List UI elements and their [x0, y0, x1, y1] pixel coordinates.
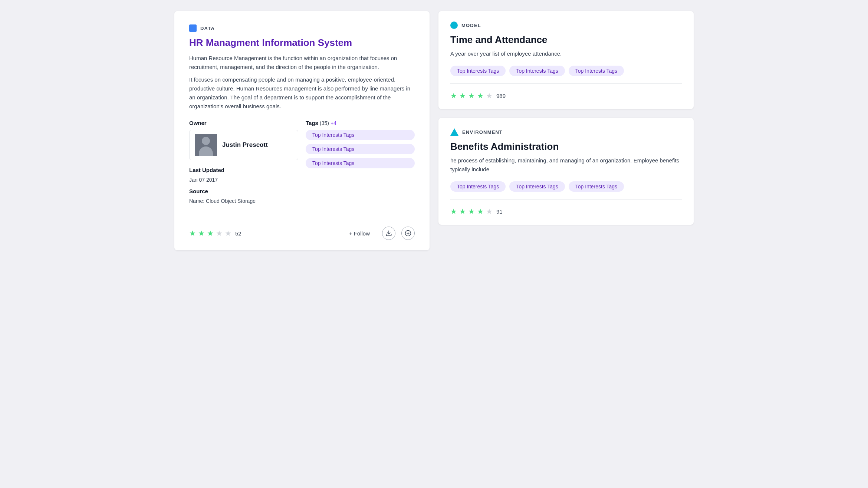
env-type-label: ENVIRONMENT [462, 129, 503, 135]
estar-5: ★ [486, 207, 493, 216]
model-rating-count: 989 [496, 93, 506, 99]
model-icon [450, 22, 458, 29]
tags-list: Top Interests Tags Top Interests Tags To… [306, 130, 415, 168]
owner-label: Owner [189, 120, 298, 126]
mstar-1: ★ [450, 91, 457, 100]
environment-icon [450, 128, 458, 136]
data-icon [189, 24, 197, 32]
model-type-row: MODEL [450, 22, 682, 29]
avatar [195, 134, 217, 156]
model-tag-2[interactable]: Top Interests Tags [509, 66, 565, 76]
rating-row: ★ ★ ★ ★ ★ 52 [189, 229, 241, 238]
model-tag-3[interactable]: Top Interests Tags [569, 66, 624, 76]
star-2: ★ [198, 229, 205, 238]
add-button[interactable] [401, 227, 415, 240]
source-label: Source [189, 188, 298, 194]
description-2: It focuses on compensating people and on… [189, 75, 415, 111]
tag-chip-1[interactable]: Top Interests Tags [306, 130, 415, 140]
model-tags-row: Top Interests Tags Top Interests Tags To… [450, 66, 682, 76]
main-card: DATA HR Managment Information System Hum… [174, 11, 430, 250]
star-1: ★ [189, 229, 196, 238]
env-description: he process of establishing, maintaining,… [450, 156, 682, 174]
mstar-2: ★ [459, 91, 466, 100]
meta-grid: Owner Justin Prescott Last Updated Jan 0… [189, 120, 415, 204]
mstar-5: ★ [486, 91, 493, 100]
mstar-3: ★ [468, 91, 475, 100]
divider [189, 219, 415, 219]
env-tags-row: Top Interests Tags Top Interests Tags To… [450, 181, 682, 192]
right-column: MODEL Time and Attendance A year over ye… [438, 11, 694, 250]
footer-actions: + Follow [349, 227, 415, 240]
env-tag-1[interactable]: Top Interests Tags [450, 181, 506, 192]
type-row: DATA [189, 24, 415, 32]
env-tag-2[interactable]: Top Interests Tags [509, 181, 565, 192]
env-type-row: ENVIRONMENT [450, 128, 682, 136]
tags-label: Tags (35) +4 [306, 120, 415, 126]
follow-button[interactable]: + Follow [349, 230, 370, 237]
download-button[interactable] [382, 227, 395, 240]
model-type-label: MODEL [461, 23, 481, 28]
model-divider [450, 83, 682, 84]
card-footer: ★ ★ ★ ★ ★ 52 + Follow [189, 227, 415, 240]
mstar-4: ★ [477, 91, 484, 100]
model-tag-1[interactable]: Top Interests Tags [450, 66, 506, 76]
description-1: Human Resource Management is the functio… [189, 54, 415, 72]
estar-3: ★ [468, 207, 475, 216]
owner-section: Owner Justin Prescott Last Updated Jan 0… [189, 120, 298, 204]
env-rating-row: ★ ★ ★ ★ ★ 91 [450, 207, 682, 216]
star-5: ★ [225, 229, 231, 238]
tag-chip-3[interactable]: Top Interests Tags [306, 158, 415, 168]
model-card: MODEL Time and Attendance A year over ye… [438, 11, 694, 109]
source-value: Name: Cloud Object Storage [189, 198, 298, 204]
tags-section: Tags (35) +4 Top Interests Tags Top Inte… [306, 120, 415, 204]
owner-box: Justin Prescott [189, 130, 298, 160]
estar-4: ★ [477, 207, 484, 216]
last-updated-value: Jan 07 2017 [189, 177, 298, 183]
estar-2: ★ [459, 207, 466, 216]
model-title: Time and Attendance [450, 34, 682, 46]
type-label: DATA [200, 26, 215, 31]
owner-name: Justin Prescott [222, 141, 268, 149]
env-rating-count: 91 [496, 208, 503, 215]
model-description: A year over year list of employee attend… [450, 49, 682, 58]
model-rating-row: ★ ★ ★ ★ ★ 989 [450, 91, 682, 100]
star-4: ★ [216, 229, 223, 238]
card-title: HR Managment Information System [189, 37, 415, 49]
env-title: Benefits Administration [450, 141, 682, 152]
env-tag-3[interactable]: Top Interests Tags [569, 181, 624, 192]
star-3: ★ [207, 229, 214, 238]
estar-1: ★ [450, 207, 457, 216]
environment-card: ENVIRONMENT Benefits Administration he p… [438, 118, 694, 225]
env-divider [450, 199, 682, 200]
actions-divider [376, 229, 376, 238]
rating-count: 52 [235, 230, 241, 237]
last-updated-label: Last Updated [189, 167, 298, 173]
tag-chip-2[interactable]: Top Interests Tags [306, 144, 415, 154]
